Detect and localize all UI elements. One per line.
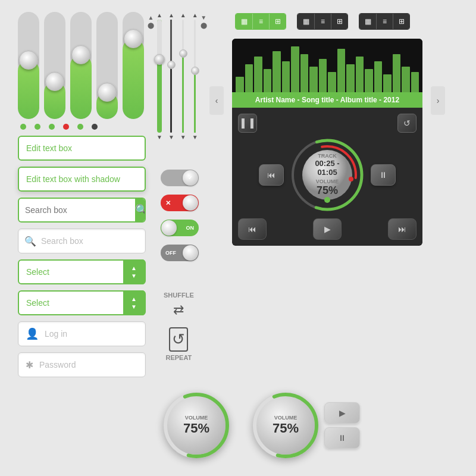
icon-group-1-btn-2[interactable]: ≡: [252, 14, 269, 29]
vert-arrows-top: ▲ ⬤: [148, 14, 154, 29]
toggle-3[interactable]: ON: [161, 220, 199, 236]
toggles-section: ✓ ✕ ON OFF: [161, 170, 199, 270]
slider-4[interactable]: [96, 12, 118, 119]
select-1-arrow[interactable]: ▲ ▼: [123, 259, 145, 284]
toggle-1[interactable]: ✓: [161, 170, 199, 186]
player-arrow-right[interactable]: ›: [431, 86, 445, 115]
icon-groups-section: ▦ ≡ ⊞ ▦ ≡ ⊞ ▦ ≡ ⊞: [235, 13, 410, 30]
knob-2-group: VOLUME 75% ▶ ⏸: [253, 393, 360, 458]
knob-1[interactable]: VOLUME 75%: [164, 393, 229, 458]
icon-group-1-btn-1[interactable]: ▦: [236, 14, 252, 29]
password-input[interactable]: ✱ Password: [18, 352, 146, 377]
slider-2[interactable]: [44, 12, 65, 119]
password-placeholder: Password: [39, 360, 76, 369]
vertical-sliders-section: ▲ ⬤ ▲ ▼ ▲ ▼ ▲ ▼ ▲: [148, 12, 207, 140]
music-player: ‹ › Artist Name - Song: [220, 39, 434, 246]
slider-3[interactable]: [70, 12, 92, 119]
edit-text-shadow-input[interactable]: Edit text box with shadow: [18, 167, 146, 192]
vert-slider-3[interactable]: [182, 20, 184, 133]
slider-1[interactable]: [18, 12, 39, 119]
pause-btn[interactable]: ⏸: [371, 164, 396, 186]
login-placeholder: Log in: [45, 329, 67, 339]
repeat-label: REPEAT: [164, 354, 194, 361]
equalizer-btn[interactable]: ▌▐: [238, 114, 257, 133]
dot-6: [92, 124, 98, 130]
vert-slider-4[interactable]: [194, 20, 196, 133]
vert-tracks: ▲ ▼ ▲ ▼ ▲ ▼ ▲: [156, 12, 198, 140]
toggle-row-2: ✕: [161, 195, 199, 211]
knob-1-svg: [161, 390, 231, 461]
repeat-icon[interactable]: ↺: [169, 327, 188, 352]
track-label: TRACK: [308, 153, 347, 159]
search-green-input[interactable]: [19, 205, 135, 215]
prev-btn[interactable]: ⏮: [259, 164, 284, 186]
shuffle-repeat-section: SHUFFLE ⇄ ↺ REPEAT: [164, 292, 194, 365]
shuffle-label: SHUFFLE: [164, 292, 194, 299]
toggle-row-3: ON: [161, 220, 199, 236]
svg-point-5: [349, 177, 353, 181]
search-green-button[interactable]: 🔍: [135, 198, 146, 223]
vert-slider-2[interactable]: [170, 20, 172, 133]
icon-group-3-btn-2[interactable]: ≡: [376, 14, 393, 29]
select-2-arrow[interactable]: ▲ ▼: [123, 290, 145, 315]
song-info-text: Artist Name - Song title - Album title -…: [255, 96, 399, 104]
volume-value: 75%: [308, 184, 347, 197]
track-time: 00:25 - 01:05: [308, 159, 347, 177]
volume-label: VOLUME: [308, 178, 347, 184]
player-nav: ⏮ ▶ ⏭: [238, 218, 416, 240]
toggle-row-1: ✓: [161, 170, 199, 186]
equalizer: [232, 39, 422, 92]
icon-group-3-btn-3[interactable]: ⊞: [393, 14, 409, 29]
play-btn[interactable]: ▶: [313, 218, 342, 240]
bottom-knobs-section: VOLUME 75% VOLUME 75% ▶ ⏸: [164, 393, 360, 458]
dot-1: [20, 124, 26, 130]
select-1[interactable]: Select ▲ ▼: [18, 259, 146, 284]
knob-pause-btn[interactable]: ⏸: [324, 427, 360, 449]
icon-group-2-btn-1[interactable]: ▦: [298, 14, 314, 29]
select-2[interactable]: Select ▲ ▼: [18, 290, 146, 315]
password-icon: ✱: [26, 359, 33, 371]
knob-2-side-btns: ▶ ⏸: [324, 402, 360, 449]
player-arrow-left[interactable]: ‹: [209, 86, 224, 115]
select-2-label: Select: [26, 298, 49, 308]
player-controls-top: ▌▐ ↺: [238, 114, 416, 133]
edit-text-input[interactable]: Edit text box: [18, 136, 146, 161]
select-1-label: Select: [26, 267, 49, 277]
toggle-4[interactable]: OFF: [161, 245, 199, 261]
song-info-bar: Artist Name - Song title - Album title -…: [232, 92, 422, 108]
icon-group-2-btn-2[interactable]: ≡: [314, 14, 331, 29]
icon-group-3-btn-1[interactable]: ▦: [359, 14, 376, 29]
repeat-btn[interactable]: ↺: [397, 114, 416, 133]
icon-group-2-btn-3[interactable]: ⊞: [331, 14, 347, 29]
slider-5[interactable]: [123, 12, 144, 119]
shuffle-control: SHUFFLE ⇄: [164, 292, 194, 318]
vert-col-3: ▲ ▼: [180, 12, 186, 140]
toggle-2[interactable]: ✕: [161, 195, 199, 211]
vert-col-1: ▲ ▼: [156, 12, 162, 140]
search-gray-placeholder: Search box: [41, 236, 83, 246]
icon-group-1: ▦ ≡ ⊞: [235, 13, 286, 30]
vert-col-2: ▲ ▼: [168, 12, 174, 140]
knob-play-btn[interactable]: ▶: [324, 402, 360, 424]
gauge-center-text: TRACK 00:25 - 01:05 VOLUME 75%: [308, 153, 347, 197]
shuffle-icon[interactable]: ⇄: [164, 302, 194, 318]
dot-5: [77, 124, 83, 130]
skip-fwd-btn[interactable]: ⏭: [388, 218, 416, 240]
search-gray-box[interactable]: 🔍 Search box: [18, 228, 146, 253]
skip-back-btn[interactable]: ⏮: [238, 218, 267, 240]
knob-2[interactable]: VOLUME 75%: [253, 393, 318, 458]
toggle-row-4: OFF: [161, 245, 199, 261]
repeat-control: ↺ REPEAT: [164, 327, 194, 361]
dot-2: [35, 124, 40, 130]
player-center-row: ⏮: [238, 136, 416, 214]
player-body: ▌▐ ↺ ⏮: [232, 108, 422, 246]
icon-group-1-btn-3[interactable]: ⊞: [269, 14, 286, 29]
search-icon: 🔍: [24, 236, 36, 247]
dot-4: [63, 124, 69, 130]
user-icon: 👤: [26, 327, 39, 340]
vert-slider-1[interactable]: [157, 20, 162, 133]
icon-group-3: ▦ ≡ ⊞: [359, 13, 410, 30]
circular-gauge: TRACK 00:25 - 01:05 VOLUME 75%: [289, 136, 366, 214]
login-input[interactable]: 👤 Log in: [18, 321, 146, 346]
search-green-box[interactable]: 🔍: [18, 198, 146, 223]
